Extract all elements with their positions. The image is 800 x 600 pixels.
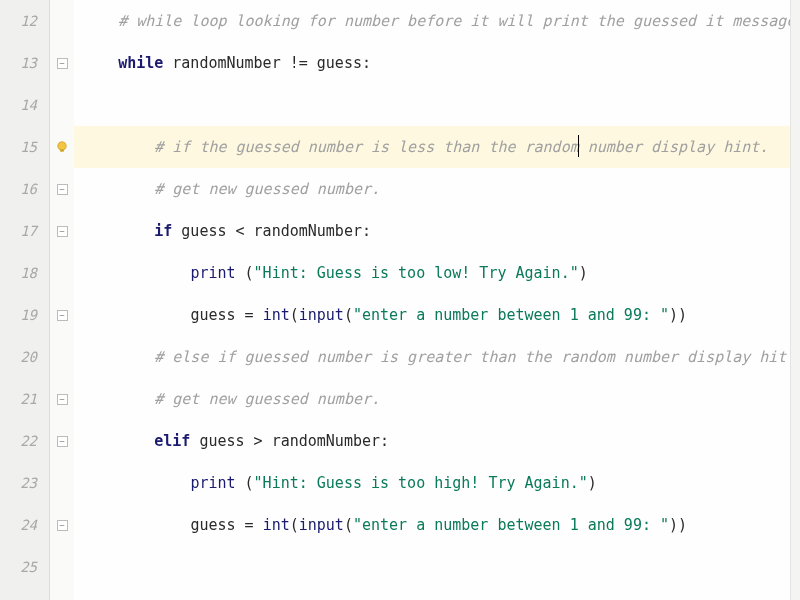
line-number[interactable]: 22 [0, 420, 49, 462]
line-number[interactable]: 12 [0, 0, 49, 42]
fold-toggle[interactable]: − [50, 504, 74, 546]
code-line: # while loop looking for number before i… [74, 0, 800, 42]
fold-toggle[interactable]: − [50, 168, 74, 210]
code-line [74, 546, 800, 588]
line-number[interactable]: 15 [0, 126, 49, 168]
line-number[interactable]: 21 [0, 378, 49, 420]
line-number[interactable]: 13 [0, 42, 49, 84]
code-line: print ("Hint: Guess is too high! Try Aga… [74, 462, 800, 504]
line-number[interactable]: 20 [0, 336, 49, 378]
line-number[interactable]: 17 [0, 210, 49, 252]
code-line: guess = int(input("enter a number betwee… [74, 504, 800, 546]
line-number[interactable]: 25 [0, 546, 49, 588]
code-line: print ("Hint: Guess is too low! Try Agai… [74, 252, 800, 294]
code-line: # get new guessed number. [74, 168, 800, 210]
intention-bulb[interactable] [50, 126, 74, 168]
fold-toggle[interactable]: − [50, 378, 74, 420]
code-line: # get new guessed number. [74, 378, 800, 420]
code-line: guess = int(input("enter a number betwee… [74, 294, 800, 336]
code-line-active: # if the guessed number is less than the… [74, 126, 800, 168]
code-line: # else if guessed number is greater than… [74, 336, 800, 378]
line-number[interactable]: 18 [0, 252, 49, 294]
code-editor: 12 13 14 15 16 17 18 19 20 21 22 23 24 2… [0, 0, 800, 600]
line-number-gutter: 12 13 14 15 16 17 18 19 20 21 22 23 24 2… [0, 0, 50, 600]
svg-point-0 [58, 142, 66, 150]
line-number[interactable]: 19 [0, 294, 49, 336]
fold-toggle[interactable]: − [50, 420, 74, 462]
fold-toggle[interactable]: − [50, 42, 74, 84]
code-line: if guess < randomNumber: [74, 210, 800, 252]
line-number[interactable]: 23 [0, 462, 49, 504]
fold-column: − − − − − − − [50, 0, 74, 600]
lightbulb-icon [55, 140, 69, 154]
line-number[interactable]: 14 [0, 84, 49, 126]
code-line: elif guess > randomNumber: [74, 420, 800, 462]
line-number[interactable]: 16 [0, 168, 49, 210]
code-line: while randomNumber != guess: [74, 42, 800, 84]
svg-rect-1 [60, 150, 64, 152]
vertical-scrollbar[interactable] [790, 0, 800, 600]
code-line [74, 84, 800, 126]
fold-toggle[interactable]: − [50, 210, 74, 252]
line-number[interactable]: 24 [0, 504, 49, 546]
code-area[interactable]: # while loop looking for number before i… [74, 0, 800, 600]
text-caret [578, 135, 579, 157]
fold-toggle[interactable]: − [50, 294, 74, 336]
